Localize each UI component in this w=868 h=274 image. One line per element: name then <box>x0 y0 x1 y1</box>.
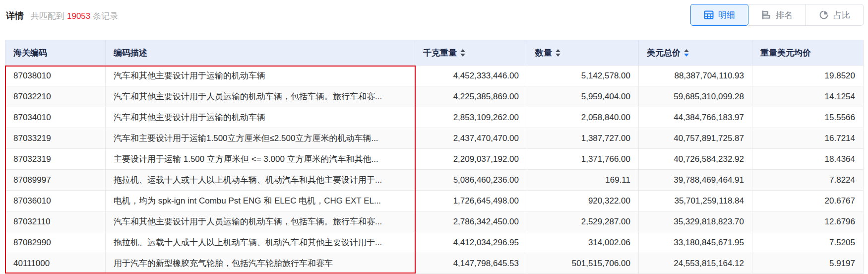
ranking-icon <box>761 10 771 20</box>
cell-kg: 5,086,460,236.00 <box>415 170 527 191</box>
cell-desc: 拖拉机、运载十人或十人以上机动车辆、机动汽车和其他主要设计用于... <box>106 170 415 191</box>
records-table: 海关编码编码描述千克重量数量美元总价重量美元均价 87038010汽车和其他主要… <box>5 40 864 274</box>
table-row: 87032319主要设计用于运输 1.500 立方厘米但 <= 3.000 立方… <box>5 149 864 170</box>
cell-code: 87089997 <box>5 170 106 191</box>
topbar: 详情 共匹配到19053条记录 明细 <box>0 0 868 33</box>
column-header-kg[interactable]: 千克重量 <box>415 40 527 66</box>
cell-kg: 2,437,470,470.00 <box>415 128 527 149</box>
table-header-row: 海关编码编码描述千克重量数量美元总价重量美元均价 <box>5 40 864 66</box>
cell-code: 87033219 <box>5 128 106 149</box>
cell-qty: 314,002.06 <box>527 232 639 253</box>
cell-kg: 4,412,034,296.95 <box>415 232 527 253</box>
table-row: 87032210汽车和其他主要设计用于人员运输的机动车辆，包括车辆。旅行车和赛.… <box>5 86 864 107</box>
cell-qty: 1,387,727.00 <box>527 128 639 149</box>
cell-desc: 汽车和其他主要设计用于人员运输的机动车辆，包括车辆。旅行车和赛... <box>106 86 415 107</box>
match-suffix: 条记录 <box>93 11 118 21</box>
table-body: 87038010汽车和其他主要设计用于运输的机动车辆4,452,333,446.… <box>5 66 864 274</box>
cell-usd: 33,180,845,671.95 <box>639 232 752 253</box>
cell-code: 87038010 <box>5 66 106 86</box>
table-row: 40111000用于汽车的新型橡胶充气轮胎，包括汽车轮胎旅行车和赛车4,147,… <box>5 253 864 274</box>
column-label: 重量美元均价 <box>760 47 811 59</box>
cell-code: 40111000 <box>5 253 106 274</box>
cell-avg: 7.5205 <box>752 232 864 253</box>
cell-avg: 20.6767 <box>752 191 864 211</box>
cell-desc: 汽车和其他主要设计用于运输的机动车辆 <box>106 66 415 86</box>
cell-code: 87036010 <box>5 191 106 211</box>
cell-qty: 2,529,287.00 <box>527 211 639 232</box>
table-row: 87038010汽车和其他主要设计用于运输的机动车辆4,452,333,446.… <box>5 66 864 86</box>
cell-usd: 35,701,259,118.84 <box>639 191 752 211</box>
cell-code: 87032210 <box>5 86 106 107</box>
column-label: 数量 <box>535 47 552 59</box>
cell-kg: 2,209,037,192.00 <box>415 149 527 170</box>
cell-usd: 40,726,584,232.92 <box>639 149 752 170</box>
column-label: 编码描述 <box>114 47 147 59</box>
tab-proportion-label: 占比 <box>833 9 850 21</box>
cell-desc: 拖拉机、运载十人或十人以上机动车辆、机动汽车和其他主要设计用于... <box>106 232 415 253</box>
cell-qty: 169.11 <box>527 170 639 191</box>
cell-kg: 4,452,333,446.00 <box>415 66 527 86</box>
cell-usd: 40,757,891,725.87 <box>639 128 752 149</box>
table-row: 87089997拖拉机、运载十人或十人以上机动车辆、机动汽车和其他主要设计用于.… <box>5 170 864 191</box>
page-title: 详情 <box>6 10 24 22</box>
cell-code: 87032110 <box>5 211 106 232</box>
view-switch-group: 明细 排名 占比 <box>690 4 864 26</box>
column-label: 千克重量 <box>423 47 457 59</box>
cell-avg: 19.8520 <box>752 66 864 86</box>
cell-avg: 12.6796 <box>752 211 864 232</box>
cell-code: 87032319 <box>5 149 106 170</box>
table-row: 87082990拖拉机、运载十人或十人以上机动车辆、机动汽车和其他主要设计用于.… <box>5 232 864 253</box>
cell-desc: 汽车和主要设计用于运输1.500立方厘米但≤2.500立方厘米的机动车辆... <box>106 128 415 149</box>
cell-avg: 18.4364 <box>752 149 864 170</box>
column-label: 海关编码 <box>13 47 47 59</box>
cell-usd: 35,329,818,823.70 <box>639 211 752 232</box>
cell-qty: 501,515,706.00 <box>527 253 639 274</box>
cell-desc: 主要设计用于运输 1.500 立方厘米但 <= 3.000 立方厘米的汽车和其他… <box>106 149 415 170</box>
cell-kg: 4,225,385,869.00 <box>415 86 527 107</box>
title-area: 详情 共匹配到19053条记录 <box>6 10 118 22</box>
details-panel: 详情 共匹配到19053条记录 明细 <box>0 0 868 274</box>
cell-code: 87034010 <box>5 107 106 128</box>
tab-detail-label: 明细 <box>718 9 735 21</box>
cell-usd: 88,387,704,110.93 <box>639 66 752 86</box>
column-header-code: 海关编码 <box>5 40 106 66</box>
cell-avg: 5.9197 <box>752 253 864 274</box>
cell-avg: 16.7214 <box>752 128 864 149</box>
column-header-qty[interactable]: 数量 <box>527 40 639 66</box>
cell-qty: 920,322.00 <box>527 191 639 211</box>
cell-kg: 4,147,798,645.53 <box>415 253 527 274</box>
tab-proportion-button[interactable]: 占比 <box>806 4 864 26</box>
table-row: 87033219汽车和主要设计用于运输1.500立方厘米但≤2.500立方厘米的… <box>5 128 864 149</box>
cell-code: 87082990 <box>5 232 106 253</box>
match-prefix: 共匹配到 <box>31 11 64 21</box>
tab-detail-button[interactable]: 明细 <box>690 4 748 26</box>
column-label: 美元总价 <box>647 47 681 59</box>
column-header-usd[interactable]: 美元总价 <box>639 40 752 66</box>
sort-carets-icon[interactable] <box>556 49 560 57</box>
cell-avg: 15.5566 <box>752 107 864 128</box>
table-row: 87032110汽车和其他主要设计用于人员运输的机动车辆，包括车辆。旅行车和赛.… <box>5 211 864 232</box>
cell-qty: 2,058,840.00 <box>527 107 639 128</box>
cell-qty: 5,142,578.00 <box>527 66 639 86</box>
column-header-avg: 重量美元均价 <box>752 40 864 66</box>
cell-usd: 44,384,766,183.97 <box>639 107 752 128</box>
match-info: 共匹配到19053条记录 <box>31 10 118 22</box>
cell-qty: 1,371,766.00 <box>527 149 639 170</box>
sort-carets-icon[interactable] <box>460 49 465 57</box>
match-count: 19053 <box>64 11 93 21</box>
cell-usd: 39,788,469,464.91 <box>639 170 752 191</box>
cell-qty: 5,959,404.00 <box>527 86 639 107</box>
cell-kg: 1,726,645,498.00 <box>415 191 527 211</box>
table-icon <box>704 10 714 20</box>
tab-ranking-label: 排名 <box>776 9 793 21</box>
cell-usd: 59,685,310,099.28 <box>639 86 752 107</box>
cell-desc: 汽车和其他主要设计用于人员运输的机动车辆，包括车辆。旅行车和赛... <box>106 211 415 232</box>
cell-desc: 汽车和其他主要设计用于运输的机动车辆 <box>106 107 415 128</box>
cell-avg: 14.1254 <box>752 86 864 107</box>
cell-desc: 用于汽车的新型橡胶充气轮胎，包括汽车轮胎旅行车和赛车 <box>106 253 415 274</box>
cell-usd: 24,553,815,164.12 <box>639 253 752 274</box>
cell-avg: 7.8224 <box>752 170 864 191</box>
cell-kg: 2,786,342,450.00 <box>415 211 527 232</box>
sort-carets-icon[interactable] <box>684 49 689 57</box>
tab-ranking-button[interactable]: 排名 <box>748 4 806 26</box>
